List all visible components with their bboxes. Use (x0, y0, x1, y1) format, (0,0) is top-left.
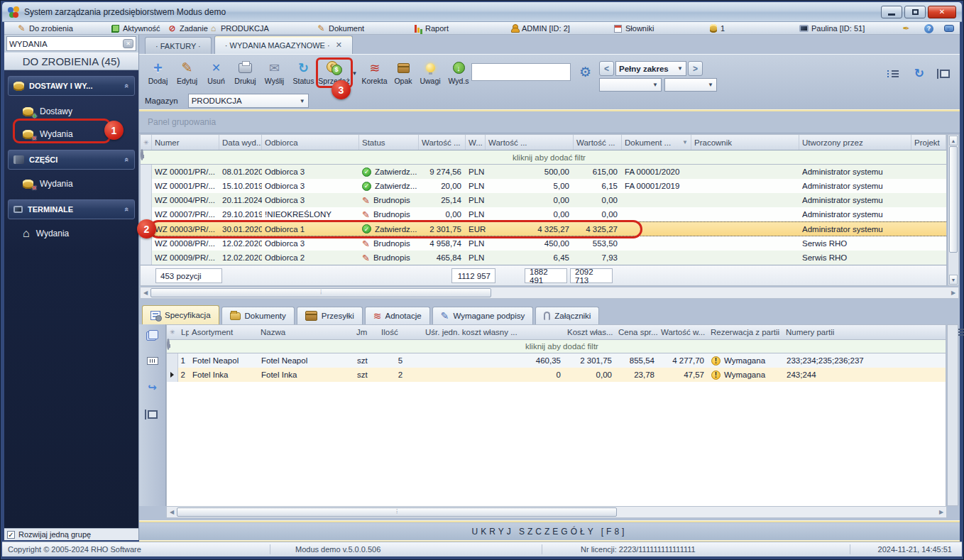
help-icon[interactable]: ? (924, 22, 933, 35)
group-terminale[interactable]: TERMINALE « (8, 199, 135, 219)
column-header[interactable]: Jm (354, 325, 378, 339)
sidebar-item-dostawy[interactable]: + Dostawy (4, 101, 138, 121)
scroll-right-arrow[interactable]: ▶ (936, 507, 946, 517)
refresh-icon[interactable]: ↻ (914, 66, 924, 81)
menu-item-paulina[interactable]: Paulina [ID: 51] (799, 22, 865, 35)
scroll-left-arrow[interactable]: ◀ (141, 287, 150, 298)
tab-adnotacje[interactable]: ≋Adnotacje (365, 307, 430, 324)
table-row-selected[interactable]: WZ 00003/PR/... 30.01.2020 Odbiorca 1 ✓Z… (141, 221, 946, 236)
column-header[interactable]: Utworzony przez (799, 135, 911, 150)
close-button[interactable]: ✕ (928, 6, 956, 18)
horizontal-scrollbar[interactable]: ◀ ▶ (140, 287, 959, 299)
sidebar-item-wydania-terminale[interactable]: ⌂ Wydania (4, 224, 138, 243)
horizontal-scrollbar[interactable]: ◀ ▶ (166, 506, 947, 518)
collapse-chevron-icon[interactable]: « (123, 84, 131, 88)
delete-button[interactable]: ✕Usuń (202, 57, 231, 90)
table-row[interactable]: WZ 00009/PR/... 12.02.2020 Odbiorca 2 ✎B… (141, 251, 946, 265)
correction-button[interactable]: ≋Korekta (359, 57, 390, 90)
column-header[interactable]: Uśr. jedn. koszt własny ... (422, 325, 564, 339)
feedback-icon[interactable] (944, 22, 954, 35)
customize-columns-icon[interactable]: ✳ (141, 135, 152, 150)
column-header[interactable]: Koszt włas... (564, 325, 615, 339)
column-header-sorted[interactable]: Dokument ...▼ (622, 135, 691, 150)
range-next-button[interactable]: > (688, 61, 703, 76)
menu-item-raport[interactable]: Raport (413, 22, 449, 35)
table-row[interactable]: WZ 00004/PR/... 20.11.2024 Odbiorca 3 ✎B… (141, 193, 946, 207)
copy-pages-icon[interactable] (146, 330, 158, 341)
add-button[interactable]: +Dodaj (143, 57, 172, 90)
expand-one-group-option[interactable]: ✓ Rozwijaj jedną grupę (4, 528, 138, 540)
menu-item-zadanie[interactable]: ⊘Zadanie (168, 22, 208, 35)
menu-item-do-zrobienia[interactable]: ✎Do zrobienia (17, 22, 73, 35)
grouping-panel[interactable]: Panel grupowania (139, 111, 960, 133)
column-chooser-icon[interactable] (887, 70, 899, 78)
range-prev-button[interactable]: < (599, 61, 614, 76)
magazyn-combobox[interactable]: PRODUKCJA▼ (188, 94, 309, 108)
scroll-down-arrow[interactable]: ▼ (949, 275, 958, 285)
tab-wymagane-podpisy[interactable]: ✎Wymagane podpisy (432, 307, 534, 324)
specification-filter-row[interactable]: kliknij aby dodać filtr (166, 340, 946, 353)
clear-search-icon[interactable]: ✕ (123, 39, 133, 48)
restore-button[interactable] (904, 6, 926, 18)
customize-columns-icon[interactable]: ✳ (167, 325, 178, 339)
tab-dokumenty[interactable]: Dokumenty (221, 307, 295, 324)
tab-zalaczniki[interactable]: Załączniki (535, 307, 599, 324)
table-row[interactable]: WZ 00008/PR/... 12.02.2020 Odbiorca 3 ✎B… (141, 236, 946, 251)
barcode-icon[interactable] (147, 357, 158, 365)
filter-combobox-1[interactable]: ▼ (599, 78, 662, 92)
packaging-button[interactable]: Opak (390, 57, 417, 90)
column-header[interactable]: Projekt (911, 135, 946, 150)
column-header[interactable]: Numery partii (783, 325, 946, 339)
scrollbar-thumb[interactable] (150, 288, 491, 297)
column-header[interactable]: W... (466, 135, 486, 150)
column-header[interactable]: Pracownik (691, 135, 799, 150)
menu-item-aktywnosc[interactable]: Aktywność (111, 22, 160, 35)
menu-item-slowniki[interactable]: Słowniki (613, 22, 654, 35)
scrollbar-thumb[interactable] (949, 146, 958, 253)
list-item[interactable]: 1 Fotel Neapol Fotel Neapol szt 5 460,35… (167, 353, 946, 368)
vertical-scrollbar[interactable]: ▲ ▼ (948, 134, 959, 286)
column-header[interactable]: Status (359, 135, 419, 150)
column-header[interactable]: Ilość (378, 325, 422, 339)
scroll-left-arrow[interactable]: ◀ (167, 507, 177, 517)
collapse-chevron-icon[interactable]: « (123, 207, 131, 212)
scroll-right-arrow[interactable]: ▶ (948, 287, 958, 298)
column-header[interactable]: Data wyd... (219, 135, 262, 150)
minimize-button[interactable] (881, 6, 902, 18)
column-header[interactable]: Wartość ... (574, 135, 622, 150)
wyds-button[interactable]: ↓Wyd.s (444, 57, 473, 90)
column-header[interactable]: Wartość ... (419, 135, 466, 150)
notes-button[interactable]: Uwagi (417, 57, 444, 90)
column-header[interactable]: Wartość ... (486, 135, 574, 150)
column-header[interactable]: Cena spr... (615, 325, 658, 339)
ink-icon[interactable]: ✒ (902, 22, 911, 35)
list-item-selected[interactable]: 2 Fotel Inka Fotel Inka szt 2 0 0,00 23,… (167, 368, 946, 382)
column-header[interactable]: Asortyment (189, 325, 258, 339)
collapse-chevron-icon[interactable]: « (123, 158, 131, 162)
table-row[interactable]: WZ 00001/PR/... 08.01.2020 Odbiorca 3 ✓Z… (141, 165, 946, 179)
sale-dropdown-caret[interactable]: ▼ (350, 57, 359, 90)
close-tab-icon[interactable]: ✕ (336, 40, 342, 50)
column-header[interactable]: Rezerwacja z partii (708, 325, 783, 339)
scroll-up-arrow[interactable]: ▲ (949, 136, 958, 146)
group-czesci[interactable]: CZĘŚCI « (8, 150, 135, 170)
column-header[interactable]: Numer (152, 135, 219, 150)
documents-filter-row[interactable]: kliknij aby dodać filtr (140, 150, 947, 165)
sidebar-search-input[interactable] (9, 40, 123, 48)
checkbox-checked[interactable]: ✓ (7, 531, 15, 539)
selection-frame-icon[interactable] (148, 410, 158, 419)
scrollbar-thumb[interactable] (177, 507, 617, 517)
gear-icon[interactable]: ⚙ (579, 64, 591, 80)
column-header[interactable]: Nazwa (258, 325, 354, 339)
table-row[interactable]: WZ 00007/PR/... 29.10.2019 !NIEOKREŚLONY… (141, 207, 946, 221)
menu-item-dokument[interactable]: ✎Dokument (317, 22, 364, 35)
group-dostawy-i-wydania[interactable]: DOSTAWY I WY... « (8, 76, 135, 96)
toolbar-search-input[interactable] (472, 64, 570, 80)
edit-button[interactable]: ✎Edytuj (172, 57, 202, 90)
hide-details-button[interactable]: UKRYJ SZCZEGÓŁY [F8] (139, 523, 960, 540)
menu-item-counter[interactable]: 1 (708, 22, 725, 35)
column-header[interactable]: Wartość w... (658, 325, 708, 339)
sidebar-item-wydania-czesci[interactable]: ✕ Wydania (4, 174, 138, 194)
send-button[interactable]: ✉Wyślij (260, 57, 289, 90)
menu-item-admin[interactable]: ADMIN [ID: 2] (510, 22, 570, 35)
